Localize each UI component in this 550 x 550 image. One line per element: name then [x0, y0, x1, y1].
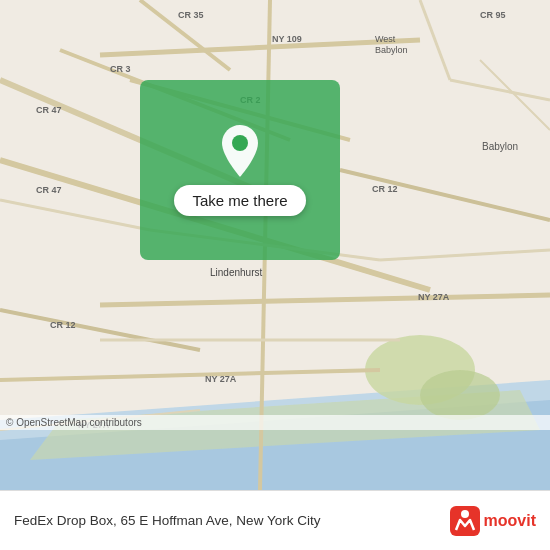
svg-text:CR 12: CR 12 — [372, 184, 398, 194]
location-label: FedEx Drop Box, 65 E Hoffman Ave, New Yo… — [14, 513, 450, 528]
svg-text:NY 109: NY 109 — [272, 34, 302, 44]
svg-text:Lindenhurst: Lindenhurst — [210, 267, 262, 278]
pin-popup: Take me there — [140, 80, 340, 260]
svg-text:CR 35: CR 35 — [178, 10, 204, 20]
svg-text:Babylon: Babylon — [375, 45, 408, 55]
bottom-bar: FedEx Drop Box, 65 E Hoffman Ave, New Yo… — [0, 490, 550, 550]
svg-point-43 — [461, 510, 469, 518]
svg-text:NY 27A: NY 27A — [205, 374, 237, 384]
svg-text:CR 47: CR 47 — [36, 185, 62, 195]
svg-text:CR 12: CR 12 — [50, 320, 76, 330]
svg-text:CR 95: CR 95 — [480, 10, 506, 20]
svg-text:NY 27A: NY 27A — [418, 292, 450, 302]
svg-point-41 — [232, 135, 248, 151]
take-me-there-button[interactable]: Take me there — [174, 185, 305, 216]
svg-text:Babylon: Babylon — [482, 141, 518, 152]
svg-text:CR 3: CR 3 — [110, 64, 131, 74]
svg-text:CR 47: CR 47 — [36, 105, 62, 115]
moovit-text: moovit — [484, 512, 536, 530]
svg-point-5 — [420, 370, 500, 420]
moovit-logo: moovit — [450, 506, 536, 536]
copyright-notice: © OpenStreetMap contributors — [0, 415, 550, 430]
map-container: CR 95 CR 35 NY 109 West Babylon CR 3 CR … — [0, 0, 550, 490]
moovit-icon — [450, 506, 480, 536]
location-pin-icon — [218, 125, 262, 177]
svg-text:West: West — [375, 34, 396, 44]
